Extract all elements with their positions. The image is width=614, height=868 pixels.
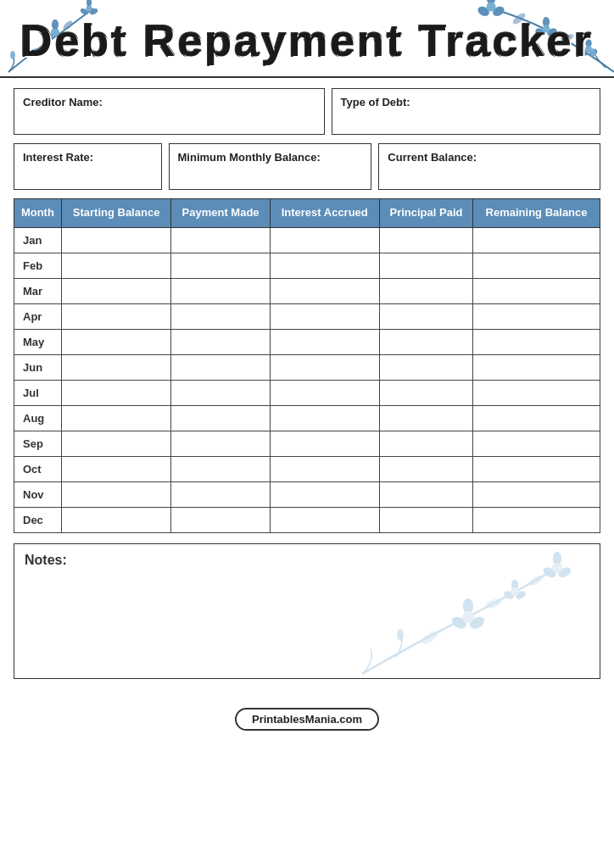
cell-data xyxy=(61,278,171,303)
cell-month: Aug xyxy=(14,405,62,431)
cell-data xyxy=(473,303,600,329)
cell-data xyxy=(473,507,600,532)
info-row-2: Interest Rate: Minimum Monthly Balance: … xyxy=(14,143,600,190)
cell-data xyxy=(61,405,171,431)
minimum-box: Minimum Monthly Balance: xyxy=(169,143,372,190)
footer: PrintablesMania.com xyxy=(0,701,614,743)
svg-point-54 xyxy=(556,565,572,580)
svg-point-64 xyxy=(397,629,404,641)
cell-data xyxy=(473,380,600,405)
header: Debt Repayment Tracker xyxy=(0,0,614,78)
svg-point-46 xyxy=(463,598,473,614)
cell-data xyxy=(379,481,472,507)
cell-data xyxy=(171,253,270,278)
footer-badge: PrintablesMania.com xyxy=(235,708,379,731)
cell-data xyxy=(171,507,270,532)
cell-data xyxy=(270,354,379,380)
cell-data xyxy=(379,329,472,354)
svg-point-43 xyxy=(463,598,473,614)
cell-data xyxy=(270,380,379,405)
cell-data xyxy=(270,405,379,431)
table-row: Aug xyxy=(14,405,600,431)
cell-data xyxy=(171,303,270,329)
table-row: Apr xyxy=(14,303,600,329)
cell-data xyxy=(61,380,171,405)
svg-point-47 xyxy=(468,615,487,631)
table-row: Mar xyxy=(14,278,600,303)
col-payment: Payment Made xyxy=(171,199,270,228)
table-row: Oct xyxy=(14,456,600,481)
svg-point-51 xyxy=(556,565,572,580)
cell-month: Nov xyxy=(14,481,62,507)
page-title: Debt Repayment Tracker xyxy=(8,8,606,70)
cell-data xyxy=(171,227,270,253)
cell-month: Feb xyxy=(14,253,62,278)
svg-point-60 xyxy=(511,580,518,590)
cell-data xyxy=(61,354,171,380)
info-row-1: Creditor Name: Type of Debt: xyxy=(14,88,600,135)
cell-data xyxy=(379,354,472,380)
cell-data xyxy=(61,253,171,278)
cell-data xyxy=(270,329,379,354)
cell-data xyxy=(473,253,600,278)
table-row: May xyxy=(14,329,600,354)
cell-data xyxy=(270,456,379,481)
current-box: Current Balance: xyxy=(378,143,600,190)
cell-data xyxy=(473,405,600,431)
cell-data xyxy=(171,481,270,507)
cell-data xyxy=(379,227,472,253)
svg-point-66 xyxy=(484,597,503,609)
flower-notes-icon xyxy=(345,551,600,678)
cell-data xyxy=(61,227,171,253)
creditor-box: Creditor Name: xyxy=(14,88,325,135)
col-starting: Starting Balance xyxy=(61,199,171,228)
cell-month: May xyxy=(14,329,62,354)
cell-data xyxy=(270,507,379,532)
svg-point-67 xyxy=(527,574,544,587)
cell-data xyxy=(379,278,472,303)
svg-point-12 xyxy=(87,0,92,7)
cell-data xyxy=(379,380,472,405)
cell-data xyxy=(270,431,379,456)
table-row: Sep xyxy=(14,431,600,456)
cell-data xyxy=(379,303,472,329)
svg-point-50 xyxy=(553,552,561,565)
notes-label: Notes: xyxy=(25,553,67,567)
cell-data xyxy=(473,227,600,253)
cell-data xyxy=(379,431,472,456)
page: Debt Repayment Tracker Creditor Name: Ty… xyxy=(0,0,614,868)
cell-data xyxy=(270,227,379,253)
col-interest: Interest Accrued xyxy=(270,199,379,228)
svg-point-63 xyxy=(511,587,519,596)
cell-month: Oct xyxy=(14,456,62,481)
svg-point-57 xyxy=(511,580,518,590)
cell-data xyxy=(473,481,600,507)
svg-point-65 xyxy=(420,628,440,646)
cell-data xyxy=(61,329,171,354)
cell-month: Mar xyxy=(14,278,62,303)
cell-data xyxy=(171,405,270,431)
cell-data xyxy=(61,507,171,532)
cell-data xyxy=(379,253,472,278)
cell-month: Apr xyxy=(14,303,62,329)
main-content: Creditor Name: Type of Debt: Interest Ra… xyxy=(0,78,614,701)
table-row: Jun xyxy=(14,354,600,380)
svg-point-55 xyxy=(542,565,558,580)
svg-point-45 xyxy=(450,615,469,631)
interest-box: Interest Rate: xyxy=(14,143,162,190)
cell-data xyxy=(171,431,270,456)
interest-label: Interest Rate: xyxy=(23,151,153,164)
cell-data xyxy=(61,431,171,456)
svg-point-53 xyxy=(553,552,561,565)
cell-month: Jan xyxy=(14,227,62,253)
cell-data xyxy=(270,481,379,507)
table-row: Jul xyxy=(14,380,600,405)
cell-data xyxy=(473,354,600,380)
cell-data xyxy=(171,329,270,354)
cell-data xyxy=(379,405,472,431)
table-row: Nov xyxy=(14,481,600,507)
cell-data xyxy=(171,456,270,481)
col-remaining: Remaining Balance xyxy=(473,199,600,228)
creditor-label: Creditor Name: xyxy=(23,96,315,108)
svg-point-44 xyxy=(468,615,487,631)
